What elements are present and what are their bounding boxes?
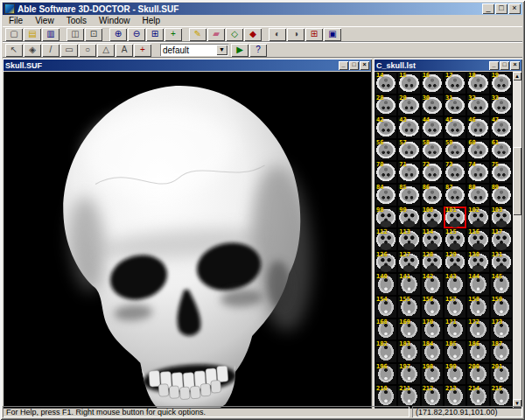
slice-cell-88[interactable]: 88: [466, 184, 489, 206]
edit-pencil-button[interactable]: ✎: [189, 28, 206, 41]
slice-cell-154[interactable]: 154: [374, 296, 397, 318]
slice-cell-15[interactable]: 15: [397, 72, 420, 94]
slice-cell-31[interactable]: 31: [444, 94, 466, 117]
preset-combobox[interactable]: default ▼: [160, 44, 228, 56]
slice-cell-185[interactable]: 185: [444, 340, 466, 363]
slice-cell-58[interactable]: 58: [421, 139, 444, 162]
slice-cell-45[interactable]: 45: [444, 116, 466, 139]
slice-cell-86[interactable]: 86: [421, 184, 444, 206]
slice-cell-60[interactable]: 60: [466, 139, 489, 162]
slice-cell-215[interactable]: 215: [490, 385, 513, 408]
volume-render-button[interactable]: ◑: [287, 28, 304, 41]
slice-cell-17[interactable]: 17: [444, 72, 466, 94]
hand-tool-button[interactable]: ◈: [24, 44, 41, 57]
slice-cell-129[interactable]: 129: [444, 251, 466, 274]
slice-cell-18[interactable]: 18: [466, 72, 489, 94]
slice-cell-102[interactable]: 102: [466, 206, 489, 229]
scrollbar-thumb[interactable]: [513, 147, 522, 215]
slice-cell-210[interactable]: 210: [374, 385, 397, 408]
slice-cell-101[interactable]: 101: [444, 206, 466, 229]
slice-window-titlebar[interactable]: C_skull.lst _□×: [374, 60, 522, 71]
eraser-button[interactable]: ▰: [207, 28, 225, 41]
close-button[interactable]: ×: [510, 61, 520, 70]
slice-cell-158[interactable]: 158: [466, 296, 489, 318]
ellipse-tool-button[interactable]: ○: [79, 44, 96, 57]
print-button[interactable]: ◫: [66, 28, 84, 41]
slice-cell-61[interactable]: 61: [490, 139, 513, 162]
slice-cell-14[interactable]: 14: [374, 72, 397, 94]
polygon-tool-button[interactable]: △: [97, 44, 115, 57]
slice-cell-142[interactable]: 142: [421, 273, 444, 296]
pan-button[interactable]: +: [164, 28, 182, 41]
maximize-button[interactable]: □: [500, 61, 509, 70]
render-viewport[interactable]: [4, 72, 371, 408]
line-tool-button[interactable]: /: [42, 44, 60, 57]
close-button[interactable]: ×: [360, 61, 369, 70]
slice-cell-59[interactable]: 59: [444, 139, 466, 162]
slice-cell-71[interactable]: 71: [397, 161, 420, 184]
slice-scrollbar[interactable]: ▲ ▼: [513, 72, 522, 408]
zoom-out-button[interactable]: ⊖: [128, 28, 145, 41]
rect-tool-button[interactable]: ▭: [60, 44, 78, 57]
slice-cell-57[interactable]: 57: [397, 139, 420, 162]
slice-cell-145[interactable]: 145: [490, 273, 513, 296]
slice-cell-155[interactable]: 155: [397, 296, 420, 318]
scroll-up-icon[interactable]: ▲: [513, 72, 522, 80]
slice-cell-33[interactable]: 33: [490, 94, 513, 117]
slice-cell-89[interactable]: 89: [490, 184, 513, 206]
zoom-in-button[interactable]: ⊕: [109, 28, 127, 41]
select-cursor-button[interactable]: ↖: [5, 44, 23, 57]
minimize-button[interactable]: _: [339, 61, 348, 70]
grid-view-button[interactable]: ⊞: [305, 28, 323, 41]
slice-cell-28[interactable]: 28: [374, 94, 397, 117]
slice-cell-187[interactable]: 187: [490, 340, 513, 363]
slice-cell-29[interactable]: 29: [397, 94, 420, 117]
slice-cell-42[interactable]: 42: [374, 116, 397, 139]
slice-cell-127[interactable]: 127: [397, 251, 420, 274]
zoom-fit-button[interactable]: ⊞: [146, 28, 164, 41]
slice-cell-199[interactable]: 199: [444, 363, 466, 386]
slice-cell-116[interactable]: 116: [466, 228, 489, 251]
slice-cell-170[interactable]: 170: [421, 318, 444, 341]
slice-cell-182[interactable]: 182: [374, 340, 397, 363]
slice-cell-74[interactable]: 74: [466, 161, 489, 184]
slice-cell-117[interactable]: 117: [490, 228, 513, 251]
slice-cell-197[interactable]: 197: [397, 363, 420, 386]
copy-button[interactable]: ⊡: [85, 28, 102, 41]
slice-cell-169[interactable]: 169: [397, 318, 420, 341]
boundary-edit-button[interactable]: ◇: [226, 28, 243, 41]
slice-cell-198[interactable]: 198: [421, 363, 444, 386]
slice-cell-131[interactable]: 131: [490, 251, 513, 274]
slice-cell-30[interactable]: 30: [421, 94, 444, 117]
slice-cell-73[interactable]: 73: [444, 161, 466, 184]
close-button[interactable]: ×: [508, 4, 521, 14]
slice-cell-70[interactable]: 70: [374, 161, 397, 184]
slice-cell-19[interactable]: 19: [490, 72, 513, 94]
slice-cell-201[interactable]: 201: [490, 363, 513, 386]
slice-cell-159[interactable]: 159: [490, 296, 513, 318]
slice-cell-85[interactable]: 85: [397, 184, 420, 206]
combo-dropdown-icon[interactable]: ▼: [216, 45, 228, 55]
slice-cell-140[interactable]: 140: [374, 273, 397, 296]
minimize-button[interactable]: _: [489, 61, 499, 70]
slice-cell-47[interactable]: 47: [490, 116, 513, 139]
slice-cell-200[interactable]: 200: [466, 363, 489, 386]
slice-cell-112[interactable]: 112: [374, 228, 397, 251]
slice-cell-115[interactable]: 115: [444, 228, 466, 251]
menu-window[interactable]: Window: [93, 16, 136, 25]
slice-cell-16[interactable]: 16: [421, 72, 444, 94]
slice-cell-114[interactable]: 114: [421, 228, 444, 251]
surface-render-button[interactable]: ◐: [269, 28, 286, 41]
menu-help[interactable]: Help: [136, 16, 167, 25]
slice-cell-44[interactable]: 44: [421, 116, 444, 139]
save-file-button[interactable]: ▥: [42, 28, 60, 41]
maximize-button[interactable]: □: [495, 4, 508, 14]
slice-cell-75[interactable]: 75: [490, 161, 513, 184]
slice-cell-186[interactable]: 186: [466, 340, 489, 363]
slice-cell-100[interactable]: 100: [421, 206, 444, 229]
context-help-button[interactable]: ?: [249, 44, 267, 57]
apply-button[interactable]: ▶: [231, 44, 248, 57]
slice-cell-196[interactable]: 196: [374, 363, 397, 386]
slice-cell-144[interactable]: 144: [466, 273, 489, 296]
slice-cell-128[interactable]: 128: [421, 251, 444, 274]
